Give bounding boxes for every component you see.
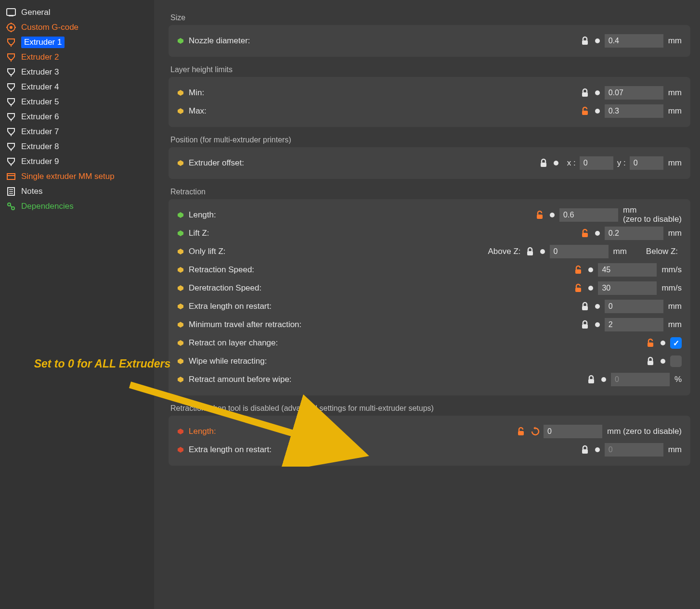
lock-icon[interactable] xyxy=(580,228,590,239)
sidebar-item-extruder-8[interactable]: Extruder 8 xyxy=(0,139,154,154)
input-layer-min[interactable] xyxy=(605,86,663,100)
sidebar-item-extruder-4[interactable]: Extruder 4 xyxy=(0,79,154,94)
lock-icon[interactable] xyxy=(580,444,590,455)
lock-icon[interactable] xyxy=(645,338,656,348)
input-tool-extra[interactable] xyxy=(605,443,663,457)
sidebar: GeneralCustom G-codeExtruder 1Extruder 2… xyxy=(0,0,154,609)
sidebar-item-custom-g-code[interactable]: Custom G-code xyxy=(0,20,154,35)
label-extruder-offset: Extruder offset: xyxy=(189,158,244,168)
label-lift-z: Lift Z: xyxy=(189,228,209,238)
extruder-icon xyxy=(6,52,16,63)
unit-mm: mm xyxy=(668,36,682,46)
hex-icon xyxy=(177,285,184,292)
label-extra-length-restart: Extra length on restart: xyxy=(189,302,272,311)
input-retraction-length[interactable] xyxy=(559,208,618,222)
input-lift-z[interactable] xyxy=(605,227,663,240)
dot-icon xyxy=(661,341,665,345)
svg-rect-25 xyxy=(582,92,588,97)
sidebar-item-extruder-2[interactable]: Extruder 2 xyxy=(0,50,154,64)
panel-retraction-disabled: Length: mm (zero to disable) Extra lengt… xyxy=(169,416,690,466)
general-icon xyxy=(6,7,16,18)
sidebar-item-label: Extruder 3 xyxy=(21,67,59,77)
unit-mms: mm/s xyxy=(661,283,682,293)
dot-icon xyxy=(595,90,600,95)
section-title-retraction: Retraction xyxy=(170,188,690,196)
extruder-icon xyxy=(6,141,16,152)
svg-marker-48 xyxy=(178,377,183,382)
lock-icon[interactable] xyxy=(538,158,549,168)
hex-icon xyxy=(177,446,184,453)
checkbox-wipe-retracting[interactable] xyxy=(670,355,682,367)
svg-rect-45 xyxy=(648,343,653,347)
checkbox-retract-layer-change[interactable] xyxy=(670,337,682,349)
sidebar-item-extruder-7[interactable]: Extruder 7 xyxy=(0,124,154,139)
lock-icon[interactable] xyxy=(586,374,596,385)
input-retract-before-wipe[interactable] xyxy=(611,373,670,386)
svg-marker-32 xyxy=(178,230,183,236)
label-layer-max: Max: xyxy=(189,106,207,116)
lock-icon[interactable] xyxy=(580,319,590,330)
svg-marker-28 xyxy=(178,160,183,166)
input-above-z[interactable] xyxy=(550,245,609,258)
lock-icon[interactable] xyxy=(534,210,545,220)
svg-rect-0 xyxy=(7,9,15,15)
lock-icon[interactable] xyxy=(580,106,590,116)
unit-mm-disable: mm (zero to disable) xyxy=(607,427,682,436)
row-only-lift-z: Only lift Z: Above Z: mm Below Z: xyxy=(177,242,682,261)
hex-icon xyxy=(177,38,184,44)
extruder-icon xyxy=(6,127,16,137)
lock-icon[interactable] xyxy=(580,88,590,98)
lock-icon[interactable] xyxy=(645,356,656,367)
label-tool-extra: Extra length on restart: xyxy=(189,445,272,455)
input-offset-y[interactable] xyxy=(630,156,663,170)
label-layer-min: Min: xyxy=(189,88,204,98)
sidebar-item-extruder-1[interactable]: Extruder 1 xyxy=(0,35,154,50)
sidebar-item-single-extruder-mm-setup[interactable]: Single extruder MM setup xyxy=(0,169,154,184)
lock-icon[interactable] xyxy=(573,283,583,293)
lock-icon[interactable] xyxy=(525,246,535,257)
unit-mm: mm xyxy=(668,445,682,455)
annotation-text: Set to 0 for ALL Extruders xyxy=(29,357,176,371)
svg-marker-34 xyxy=(178,249,183,254)
sidebar-item-notes[interactable]: Notes xyxy=(0,184,154,199)
sidebar-item-extruder-9[interactable]: Extruder 9 xyxy=(0,154,154,169)
input-min-travel[interactable] xyxy=(605,318,663,331)
svg-line-21 xyxy=(10,205,12,207)
input-tool-length[interactable] xyxy=(544,425,602,438)
sidebar-item-extruder-6[interactable]: Extruder 6 xyxy=(0,109,154,124)
input-layer-max[interactable] xyxy=(605,104,663,118)
lock-icon[interactable] xyxy=(573,265,583,275)
lock-icon[interactable] xyxy=(516,426,526,437)
input-retraction-speed[interactable] xyxy=(598,263,657,277)
label-retraction-length: Length: xyxy=(189,210,216,220)
svg-marker-44 xyxy=(178,340,183,346)
hex-icon xyxy=(177,212,184,218)
reset-icon[interactable] xyxy=(530,426,541,437)
input-extra-length-restart[interactable] xyxy=(605,300,663,313)
hex-icon xyxy=(177,358,184,365)
sidebar-item-dependencies[interactable]: Dependencies xyxy=(0,199,154,214)
lock-icon[interactable] xyxy=(580,301,590,312)
panel-position: Extruder offset: x : y : mm xyxy=(169,147,690,179)
input-offset-x[interactable] xyxy=(580,156,613,170)
notes-icon xyxy=(6,186,16,197)
svg-marker-40 xyxy=(178,304,183,309)
svg-marker-22 xyxy=(178,38,183,44)
sidebar-item-extruder-3[interactable]: Extruder 3 xyxy=(0,64,154,79)
sidebar-item-label: Custom G-code xyxy=(21,23,78,32)
sidebar-item-label: Dependencies xyxy=(21,202,74,211)
unit-mm: mm xyxy=(668,228,682,238)
hex-icon xyxy=(177,376,184,383)
sidebar-item-general[interactable]: General xyxy=(0,5,154,20)
dot-icon xyxy=(588,267,593,272)
row-retraction-speed: Retraction Speed: mm/s xyxy=(177,261,682,279)
input-deretraction-speed[interactable] xyxy=(598,281,657,295)
svg-rect-47 xyxy=(648,361,653,365)
hex-icon xyxy=(177,230,184,237)
input-nozzle-diameter[interactable] xyxy=(605,34,663,48)
sidebar-item-extruder-5[interactable]: Extruder 5 xyxy=(0,94,154,109)
lock-icon[interactable] xyxy=(580,36,590,46)
section-title-position: Position (for multi-extruder printers) xyxy=(170,136,690,144)
panel-retraction: Length: mm (zero to disable) Lift Z: mm … xyxy=(169,199,690,395)
row-wipe-retracting: Wipe while retracting: xyxy=(177,352,682,370)
